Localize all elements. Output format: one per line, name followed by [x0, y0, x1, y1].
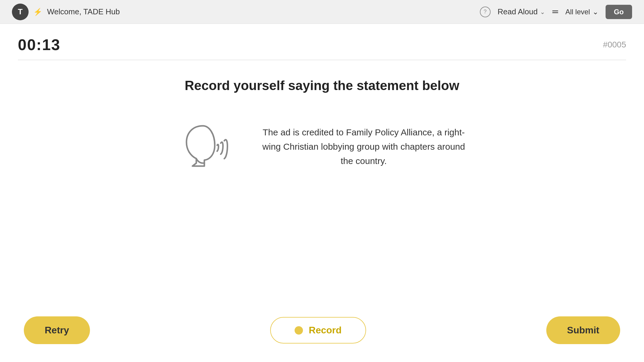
level-chevron-icon: ⌄ [592, 8, 598, 16]
divider [18, 60, 626, 60]
sort-icon[interactable] [552, 10, 558, 13]
header: T ⚡ Welcome, TADE Hub ? Read Aloud ⌄ All… [0, 0, 644, 24]
go-button[interactable]: Go [606, 5, 632, 19]
read-aloud-button[interactable]: Read Aloud ⌄ [498, 7, 545, 16]
speaking-head-icon [176, 117, 236, 177]
bottom-bar: Retry Record Submit [0, 316, 644, 344]
main-content: 00:13 #0005 Record yourself saying the s… [0, 24, 644, 362]
header-left: T ⚡ Welcome, TADE Hub [12, 4, 480, 20]
item-id: #0005 [603, 40, 626, 49]
welcome-label: Welcome, TADE Hub [47, 7, 120, 16]
timer-row: 00:13 #0005 [18, 36, 626, 54]
bolt-icon: ⚡ [33, 8, 42, 16]
avatar: T [12, 4, 29, 20]
submit-button[interactable]: Submit [546, 316, 620, 344]
retry-button[interactable]: Retry [24, 316, 90, 344]
help-icon[interactable]: ? [480, 7, 491, 17]
chevron-down-icon: ⌄ [540, 8, 545, 16]
record-dot-icon [295, 326, 303, 335]
timer-display: 00:13 [18, 36, 60, 54]
statement-text: The ad is credited to Family Policy Alli… [259, 125, 468, 168]
content-area: The ad is credited to Family Policy Alli… [18, 117, 626, 177]
instruction-text: Record yourself saying the statement bel… [18, 78, 626, 93]
level-selector[interactable]: All level ⌄ [565, 8, 598, 16]
header-right: ? Read Aloud ⌄ All level ⌄ Go [480, 5, 632, 19]
record-button[interactable]: Record [270, 317, 366, 344]
